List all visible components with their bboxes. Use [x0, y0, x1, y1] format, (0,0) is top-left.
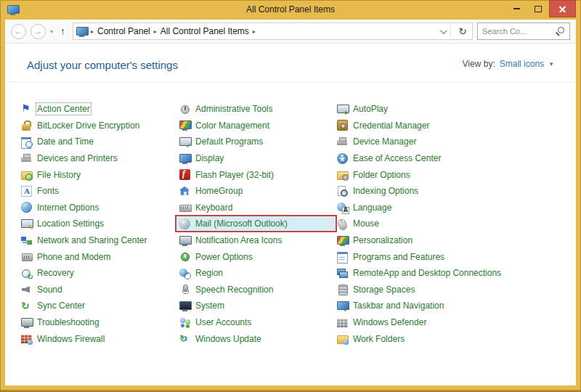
- item-label: Location Settings: [37, 219, 104, 229]
- cpl-item-admin-tools[interactable]: Administrative Tools: [179, 101, 337, 118]
- system-monitor-icon: [179, 301, 190, 311]
- cpl-item-recovery[interactable]: Recovery: [21, 265, 179, 282]
- view-by-label: View by:: [463, 59, 495, 69]
- mouse-icon: [337, 219, 348, 229]
- taskbar-icon: [337, 301, 348, 311]
- flag-icon: [21, 104, 32, 115]
- cpl-item-color-management[interactable]: Color Management: [179, 118, 337, 134]
- region-globe-clock-icon: [179, 268, 190, 279]
- cpl-item-location-settings[interactable]: Location Settings: [21, 216, 179, 232]
- cpl-item-work-folders[interactable]: Work Folders: [337, 330, 569, 347]
- breadcrumb-control-panel[interactable]: Control Panel: [97, 26, 150, 36]
- cpl-item-windows-update[interactable]: Windows Update: [179, 330, 337, 347]
- view-by-caret-icon[interactable]: ▼: [548, 61, 554, 68]
- item-label: Sync Center: [37, 301, 85, 311]
- cpl-item-sync-center[interactable]: Sync Center: [21, 298, 179, 314]
- cpl-item-autoplay[interactable]: AutoPlay: [337, 101, 569, 118]
- color-monitor-icon: [179, 120, 190, 131]
- power-icon: [179, 251, 190, 262]
- forward-button[interactable]: →: [31, 24, 46, 39]
- control-panel-window: All Control Panel Items ← → ▾ ↑ ▸ Contro…: [0, 0, 581, 392]
- address-bar[interactable]: ▸ Control Panel ▸ All Control Panel Item…: [73, 23, 473, 40]
- item-label: Programs and Features: [353, 252, 444, 262]
- item-label: Ease of Access Center: [353, 153, 441, 163]
- cpl-item-speech-recognition[interactable]: Speech Recognition: [179, 282, 337, 298]
- display-monitor-icon: [179, 153, 190, 164]
- folder-history-icon: [21, 169, 32, 180]
- item-label: HomeGroup: [195, 186, 243, 196]
- minimize-button[interactable]: [505, 0, 527, 17]
- cpl-item-phone-modem[interactable]: Phone and Modem: [21, 248, 179, 265]
- user-accounts-icon: [179, 317, 190, 328]
- cpl-item-indexing-options[interactable]: Indexing Options: [337, 183, 569, 200]
- cpl-item-windows-defender[interactable]: Windows Defender: [337, 314, 569, 331]
- address-dropdown-icon[interactable]: [440, 27, 447, 34]
- breadcrumb-all-control-panel-items[interactable]: All Control Panel Items: [161, 26, 249, 36]
- up-button[interactable]: ↑: [60, 25, 65, 37]
- crumb-separator-icon: ▸: [253, 28, 256, 35]
- cpl-item-flash-player[interactable]: Flash Player (32-bit): [179, 166, 337, 183]
- cpl-item-homegroup[interactable]: HomeGroup: [179, 183, 337, 200]
- maximize-button[interactable]: [527, 0, 549, 17]
- back-button[interactable]: ←: [11, 24, 26, 39]
- item-label: AutoPlay: [353, 104, 388, 114]
- item-label: Mouse: [353, 219, 379, 229]
- cpl-item-keyboard[interactable]: Keyboard: [179, 200, 337, 216]
- cpl-item-taskbar-navigation[interactable]: Taskbar and Navigation: [337, 298, 569, 314]
- cpl-item-remoteapp[interactable]: RemoteApp and Desktop Connections: [337, 265, 569, 282]
- cpl-item-programs-features[interactable]: Programs and Features: [337, 248, 569, 265]
- firewall-brick-icon: [21, 333, 32, 344]
- item-label: Windows Update: [195, 334, 261, 344]
- view-by-value[interactable]: Small icons: [500, 59, 544, 69]
- cpl-item-internet-options[interactable]: Internet Options: [21, 200, 179, 216]
- item-label: Sound: [37, 285, 62, 295]
- defender-wall-icon: [337, 317, 348, 328]
- homegroup-house-icon: [179, 186, 190, 197]
- cpl-item-power-options[interactable]: Power Options: [179, 248, 337, 265]
- cpl-item-user-accounts[interactable]: User Accounts: [179, 314, 337, 331]
- cpl-item-mail-highlighted[interactable]: Mail (Microsoft Outlook): [175, 215, 337, 232]
- item-label: Phone and Modem: [37, 252, 110, 262]
- cpl-item-system[interactable]: System: [179, 298, 337, 314]
- navigation-bar: ← → ▾ ↑ ▸ Control Panel ▸ All Control Pa…: [5, 20, 576, 44]
- cpl-item-display[interactable]: Display: [179, 150, 337, 167]
- cpl-item-language[interactable]: Language: [337, 200, 569, 216]
- printer-icon: [21, 153, 32, 164]
- cpl-item-default-programs[interactable]: Default Programs: [179, 134, 337, 150]
- cpl-item-action-center[interactable]: Action Center: [21, 101, 179, 118]
- cpl-item-troubleshooting[interactable]: Troubleshooting: [21, 314, 179, 331]
- cpl-item-bitlocker[interactable]: BitLocker Drive Encryption: [21, 118, 179, 134]
- cpl-item-folder-options[interactable]: Folder Options: [337, 166, 569, 183]
- item-label: Keyboard: [195, 203, 232, 213]
- item-label: Network and Sharing Center: [37, 235, 147, 245]
- cpl-item-fonts[interactable]: Fonts: [21, 183, 179, 200]
- phone-modem-icon: [21, 251, 32, 262]
- search-input[interactable]: [482, 27, 555, 36]
- keyboard-icon: [179, 202, 190, 213]
- cpl-item-region[interactable]: Region: [179, 265, 337, 282]
- item-label: Administrative Tools: [195, 104, 273, 114]
- cpl-item-network-sharing[interactable]: Network and Sharing Center: [21, 232, 179, 249]
- close-button[interactable]: [549, 0, 576, 17]
- cpl-item-windows-firewall[interactable]: Windows Firewall: [21, 330, 179, 347]
- item-label: RemoteApp and Desktop Connections: [353, 268, 501, 278]
- forward-icon: →: [34, 26, 43, 36]
- item-label: Credential Manager: [353, 121, 429, 131]
- item-label: Color Management: [195, 121, 269, 131]
- cpl-item-credential-manager[interactable]: Credential Manager: [337, 118, 569, 134]
- cpl-item-date-and-time[interactable]: Date and Time: [21, 134, 179, 150]
- cpl-item-personalization[interactable]: Personalization: [337, 232, 569, 249]
- search-icon[interactable]: [555, 26, 565, 36]
- cpl-item-device-manager[interactable]: Device Manager: [337, 134, 569, 150]
- cpl-item-sound[interactable]: Sound: [21, 282, 179, 298]
- cpl-item-devices-printers[interactable]: Devices and Printers: [21, 150, 179, 167]
- cpl-item-storage-spaces[interactable]: Storage Spaces: [337, 282, 569, 298]
- cpl-item-ease-of-access[interactable]: Ease of Access Center: [337, 150, 569, 167]
- cpl-item-mouse[interactable]: Mouse: [337, 216, 569, 232]
- cpl-item-file-history[interactable]: File History: [21, 166, 179, 183]
- recent-pages-dropdown-icon[interactable]: ▾: [50, 28, 53, 35]
- cpl-item-notification-area[interactable]: Notification Area Icons: [179, 232, 337, 249]
- refresh-button[interactable]: ↻: [456, 26, 469, 36]
- crumb-separator-icon: ▸: [154, 28, 157, 35]
- item-label: Indexing Options: [353, 186, 418, 196]
